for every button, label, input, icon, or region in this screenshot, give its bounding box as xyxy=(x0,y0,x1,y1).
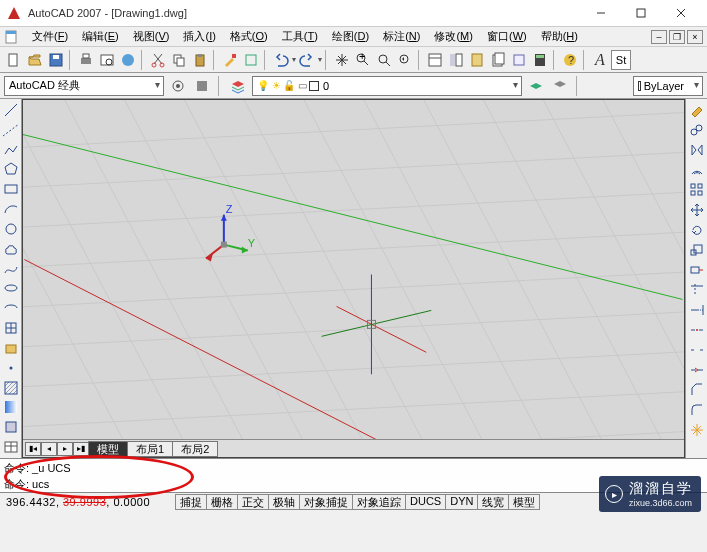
my-workspace-button[interactable] xyxy=(192,76,212,96)
text-style-button[interactable]: St xyxy=(611,50,631,70)
qnew-button[interactable] xyxy=(4,50,24,70)
tab-last-button[interactable]: ▸▮ xyxy=(73,442,89,456)
block-editor-button[interactable] xyxy=(241,50,261,70)
zoom-window-button[interactable] xyxy=(374,50,394,70)
tool-palettes-button[interactable] xyxy=(467,50,487,70)
menu-view[interactable]: 视图(V) xyxy=(127,28,176,45)
workspace-combo[interactable]: AutoCAD 经典 xyxy=(4,76,164,96)
mdi-minimize-button[interactable]: – xyxy=(651,30,667,44)
layer-states-button[interactable] xyxy=(550,76,570,96)
mdi-doc-icon[interactable] xyxy=(4,29,20,45)
line-button[interactable] xyxy=(2,101,20,119)
tab-layout1[interactable]: 布局1 xyxy=(127,441,173,457)
status-polar[interactable]: 极轴 xyxy=(268,494,300,510)
scale-button[interactable] xyxy=(688,241,706,259)
status-osnap[interactable]: 对象捕捉 xyxy=(299,494,353,510)
zoom-previous-button[interactable] xyxy=(395,50,415,70)
close-button[interactable] xyxy=(661,1,701,25)
fillet-button[interactable] xyxy=(688,401,706,419)
tab-next-button[interactable]: ▸ xyxy=(57,442,73,456)
menu-tools[interactable]: 工具(T) xyxy=(276,28,324,45)
properties-button[interactable] xyxy=(425,50,445,70)
paste-button[interactable] xyxy=(190,50,210,70)
polygon-button[interactable] xyxy=(2,160,20,178)
trim-button[interactable] xyxy=(688,281,706,299)
zoom-realtime-button[interactable]: + xyxy=(353,50,373,70)
region-button[interactable] xyxy=(2,418,20,436)
redo-button[interactable] xyxy=(297,50,317,70)
coordinates-display[interactable]: 396.4432, 39.9993, 0.0000 xyxy=(0,496,156,508)
status-otrack[interactable]: 对象追踪 xyxy=(352,494,406,510)
erase-button[interactable] xyxy=(688,101,706,119)
arc-button[interactable] xyxy=(2,200,20,218)
quickcalc-button[interactable] xyxy=(530,50,550,70)
color-combo[interactable]: ByLayer xyxy=(633,76,703,96)
hscroll-left-icon[interactable]: ▮◂ xyxy=(25,442,41,456)
copy-button[interactable] xyxy=(169,50,189,70)
copy-obj-button[interactable] xyxy=(688,121,706,139)
sheet-set-button[interactable] xyxy=(488,50,508,70)
drawing-viewport[interactable]: Z Y ▮◂ ◂ ▸ ▸▮ 模型 布局1 布局2 xyxy=(22,99,685,458)
spline-button[interactable] xyxy=(2,260,20,278)
menu-insert[interactable]: 插入(I) xyxy=(177,28,221,45)
mdi-restore-button[interactable]: ❐ xyxy=(669,30,685,44)
markup-button[interactable] xyxy=(509,50,529,70)
layer-previous-button[interactable] xyxy=(526,76,546,96)
menu-file[interactable]: 文件(F) xyxy=(26,28,74,45)
construction-line-button[interactable] xyxy=(2,121,20,139)
cut-button[interactable] xyxy=(148,50,168,70)
layer-properties-button[interactable] xyxy=(228,76,248,96)
stretch-button[interactable] xyxy=(688,261,706,279)
status-model[interactable]: 模型 xyxy=(508,494,540,510)
menu-edit[interactable]: 编辑(E) xyxy=(76,28,125,45)
menu-format[interactable]: 格式(O) xyxy=(224,28,274,45)
design-center-button[interactable] xyxy=(446,50,466,70)
menu-help[interactable]: 帮助(H) xyxy=(535,28,584,45)
match-properties-button[interactable] xyxy=(220,50,240,70)
extend-button[interactable] xyxy=(688,301,706,319)
status-snap[interactable]: 捕捉 xyxy=(175,494,207,510)
break-button[interactable] xyxy=(688,341,706,359)
explode-button[interactable] xyxy=(688,421,706,439)
publish-button[interactable] xyxy=(118,50,138,70)
circle-button[interactable] xyxy=(2,220,20,238)
tab-prev-button[interactable]: ◂ xyxy=(41,442,57,456)
make-block-button[interactable] xyxy=(2,339,20,357)
pan-button[interactable] xyxy=(332,50,352,70)
offset-button[interactable] xyxy=(688,161,706,179)
tab-model[interactable]: 模型 xyxy=(88,441,128,457)
revision-cloud-button[interactable] xyxy=(2,240,20,258)
mdi-close-button[interactable]: × xyxy=(687,30,703,44)
status-dyn[interactable]: DYN xyxy=(445,494,478,510)
menu-dimension[interactable]: 标注(N) xyxy=(377,28,426,45)
menu-draw[interactable]: 绘图(D) xyxy=(326,28,375,45)
minimize-button[interactable] xyxy=(581,1,621,25)
status-grid[interactable]: 栅格 xyxy=(206,494,238,510)
insert-block-button[interactable] xyxy=(2,319,20,337)
polyline-button[interactable] xyxy=(2,141,20,159)
mirror-button[interactable] xyxy=(688,141,706,159)
point-button[interactable] xyxy=(2,359,20,377)
hatch-button[interactable] xyxy=(2,379,20,397)
text-style-a-button[interactable]: A xyxy=(590,50,610,70)
plot-preview-button[interactable] xyxy=(97,50,117,70)
gradient-button[interactable] xyxy=(2,398,20,416)
maximize-button[interactable] xyxy=(621,1,661,25)
menu-modify[interactable]: 修改(M) xyxy=(428,28,479,45)
ellipse-button[interactable] xyxy=(2,279,20,297)
status-ducs[interactable]: DUCS xyxy=(405,494,446,510)
workspace-settings-button[interactable] xyxy=(168,76,188,96)
tab-layout2[interactable]: 布局2 xyxy=(172,441,218,457)
open-button[interactable] xyxy=(25,50,45,70)
break-at-point-button[interactable] xyxy=(688,321,706,339)
array-button[interactable] xyxy=(688,181,706,199)
undo-button[interactable] xyxy=(271,50,291,70)
ellipse-arc-button[interactable] xyxy=(2,299,20,317)
rectangle-button[interactable] xyxy=(2,180,20,198)
chamfer-button[interactable] xyxy=(688,381,706,399)
menu-window[interactable]: 窗口(W) xyxy=(481,28,533,45)
layer-combo[interactable]: 💡 ☀ 🔓 ▭ 0 xyxy=(252,76,522,96)
status-lwt[interactable]: 线宽 xyxy=(477,494,509,510)
join-button[interactable] xyxy=(688,361,706,379)
save-button[interactable] xyxy=(46,50,66,70)
